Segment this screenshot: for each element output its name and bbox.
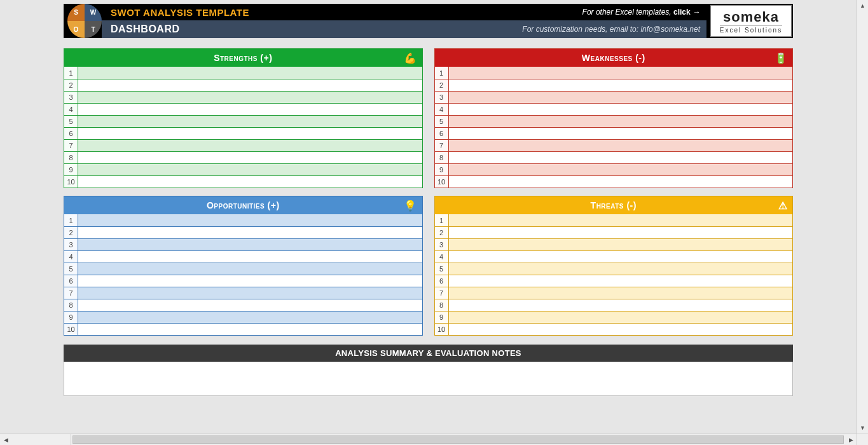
row-value[interactable] <box>449 79 793 91</box>
table-row[interactable]: 2 <box>435 226 793 238</box>
row-value[interactable] <box>449 164 793 175</box>
table-row[interactable]: 9 <box>435 311 793 323</box>
row-value[interactable] <box>78 128 422 139</box>
hscroll-thumb[interactable] <box>72 435 844 444</box>
row-value[interactable] <box>78 312 422 323</box>
table-row[interactable]: 2 <box>435 79 793 91</box>
logo-s: S <box>67 4 85 21</box>
row-value[interactable] <box>78 164 422 175</box>
table-row[interactable]: 3 <box>435 238 793 250</box>
scroll-up-icon[interactable]: ▲ <box>857 0 868 11</box>
row-value[interactable] <box>449 116 793 127</box>
row-value[interactable] <box>449 152 793 163</box>
row-value[interactable] <box>78 263 422 275</box>
table-row[interactable]: 8 <box>64 299 422 311</box>
table-row[interactable]: 5 <box>435 263 793 275</box>
row-value[interactable] <box>78 152 422 163</box>
scroll-right-icon[interactable]: ▶ <box>845 434 857 445</box>
row-number: 2 <box>435 79 449 91</box>
table-row[interactable]: 2 <box>64 226 422 238</box>
row-value[interactable] <box>449 92 793 103</box>
row-value[interactable] <box>78 79 422 91</box>
table-row[interactable]: 1 <box>64 214 422 226</box>
row-value[interactable] <box>78 287 422 299</box>
row-value[interactable] <box>78 92 422 103</box>
table-row[interactable]: 8 <box>435 151 793 163</box>
row-value[interactable] <box>449 227 793 238</box>
row-value[interactable] <box>78 116 422 127</box>
table-row[interactable]: 8 <box>64 151 422 163</box>
scroll-down-icon[interactable]: ▼ <box>857 422 868 434</box>
table-row[interactable]: 10 <box>64 175 422 188</box>
row-value[interactable] <box>78 140 422 151</box>
row-value[interactable] <box>78 324 422 335</box>
vertical-scrollbar[interactable]: ▲ ▼ <box>857 0 868 434</box>
row-value[interactable] <box>449 299 793 311</box>
table-row[interactable]: 6 <box>64 127 422 139</box>
table-row[interactable]: 6 <box>435 275 793 287</box>
table-row[interactable]: 4 <box>64 250 422 263</box>
row-value[interactable] <box>78 239 422 250</box>
table-row[interactable]: 4 <box>435 103 793 115</box>
row-value[interactable] <box>449 287 793 299</box>
row-value[interactable] <box>449 214 793 226</box>
row-value[interactable] <box>78 275 422 287</box>
row-value[interactable] <box>78 214 422 226</box>
row-value[interactable] <box>78 227 422 238</box>
table-row[interactable]: 7 <box>64 139 422 151</box>
table-row[interactable]: 3 <box>435 91 793 103</box>
table-row[interactable]: 5 <box>64 115 422 127</box>
table-row[interactable]: 8 <box>435 299 793 311</box>
row-value[interactable] <box>449 140 793 151</box>
table-row[interactable]: 7 <box>64 287 422 299</box>
row-value[interactable] <box>449 176 793 188</box>
table-row[interactable]: 5 <box>435 115 793 127</box>
scroll-left-icon[interactable]: ◀ <box>0 434 11 445</box>
row-value[interactable] <box>449 128 793 139</box>
row-value[interactable] <box>449 239 793 250</box>
table-row[interactable]: 7 <box>435 139 793 151</box>
summary-body[interactable] <box>64 362 793 396</box>
table-row[interactable]: 3 <box>64 91 422 103</box>
row-value[interactable] <box>78 299 422 311</box>
table-row[interactable]: 4 <box>435 250 793 263</box>
sheet-tab-region[interactable] <box>11 434 71 445</box>
table-row[interactable]: 6 <box>64 275 422 287</box>
table-row[interactable]: 9 <box>435 163 793 175</box>
row-value[interactable] <box>449 251 793 263</box>
row-value[interactable] <box>78 67 422 79</box>
row-value[interactable] <box>78 251 422 263</box>
row-value[interactable] <box>449 324 793 335</box>
row-value[interactable] <box>78 104 422 115</box>
table-row[interactable]: 1 <box>64 67 422 79</box>
table-row[interactable]: 1 <box>435 67 793 79</box>
other-templates-link[interactable]: For other Excel templates, click → <box>582 8 700 17</box>
brand-logo[interactable]: someka Excel Solutions <box>710 5 792 37</box>
table-row[interactable]: 9 <box>64 163 422 175</box>
row-value[interactable] <box>449 263 793 275</box>
row-value[interactable] <box>449 104 793 115</box>
row-value[interactable] <box>449 275 793 287</box>
table-row[interactable]: 10 <box>435 323 793 335</box>
scrollbar-corner <box>857 434 868 445</box>
table-row[interactable]: 5 <box>64 263 422 275</box>
threats-rows: 12345678910 <box>435 214 793 335</box>
vscroll-track[interactable] <box>857 11 868 422</box>
row-number: 7 <box>64 140 78 151</box>
table-row[interactable]: 3 <box>64 238 422 250</box>
row-number: 7 <box>435 287 449 299</box>
row-value[interactable] <box>449 67 793 79</box>
row-value[interactable] <box>78 176 422 188</box>
table-row[interactable]: 9 <box>64 311 422 323</box>
table-row[interactable]: 2 <box>64 79 422 91</box>
table-row[interactable]: 10 <box>64 323 422 335</box>
row-number: 9 <box>64 164 78 175</box>
table-row[interactable]: 6 <box>435 127 793 139</box>
hscroll-track[interactable] <box>71 434 845 445</box>
horizontal-scrollbar[interactable]: ◀ ▶ <box>0 434 857 445</box>
table-row[interactable]: 1 <box>435 214 793 226</box>
table-row[interactable]: 10 <box>435 175 793 188</box>
table-row[interactable]: 4 <box>64 103 422 115</box>
table-row[interactable]: 7 <box>435 287 793 299</box>
row-value[interactable] <box>449 312 793 323</box>
